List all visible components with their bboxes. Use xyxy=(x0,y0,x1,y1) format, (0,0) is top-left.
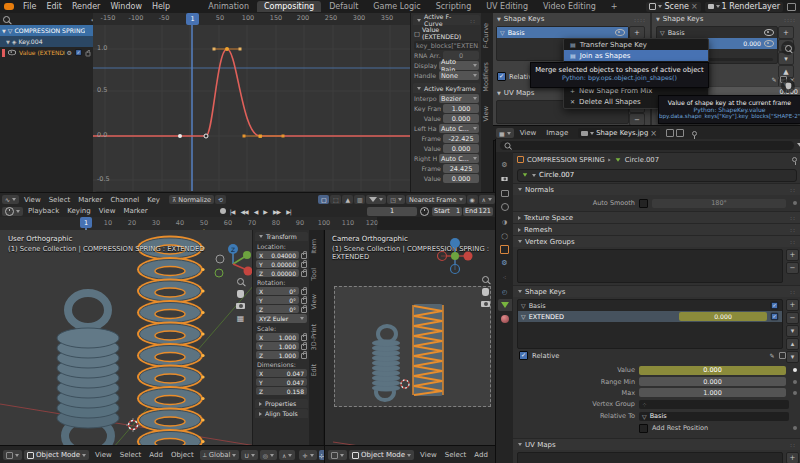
snap-dropdown[interactable]: U xyxy=(241,450,257,460)
zoom-gizmo[interactable] xyxy=(482,276,489,283)
orientation-dropdown[interactable]: ⟂Global xyxy=(200,450,240,460)
sidebar-tab[interactable]: View xyxy=(481,100,493,127)
timeline-menu-item[interactable]: Marker xyxy=(119,207,151,215)
handle-dropdown[interactable]: None xyxy=(439,71,479,80)
expand-icon[interactable]: ▼ xyxy=(6,39,10,45)
panel-texture-space[interactable]: Texture Space:: xyxy=(513,211,800,223)
align-tools-panel-title[interactable]: Align Tools xyxy=(265,410,298,417)
add-rest-position[interactable]: Add Rest Position xyxy=(639,424,786,433)
editor-type-dropdown[interactable] xyxy=(328,450,347,460)
add-vertex-group-button[interactable]: + xyxy=(786,249,799,261)
rotation-field-row[interactable]: X0° xyxy=(256,287,307,295)
ghost-curves-button[interactable]: ▥ xyxy=(354,195,365,204)
topbar-menu-item[interactable]: Edit xyxy=(41,2,67,11)
viewport-menu-item[interactable]: View xyxy=(416,451,441,459)
visibility-eye-icon[interactable] xyxy=(8,50,16,56)
lock-icon[interactable] xyxy=(301,344,307,350)
proportional-edit-button[interactable]: ◉ xyxy=(467,195,478,204)
channel-lock-icon[interactable] xyxy=(86,51,91,56)
dimension-field-row[interactable]: X0.047 xyxy=(256,369,307,377)
pan-hand-gizmo[interactable] xyxy=(781,79,795,93)
lock-icon[interactable] xyxy=(301,307,307,313)
keyframe-dot[interactable] xyxy=(793,368,797,372)
filter-dropdown[interactable] xyxy=(366,195,386,204)
lock-icon[interactable] xyxy=(301,335,307,341)
editor-type-dropdown[interactable] xyxy=(3,450,22,460)
panel-collapse-icon[interactable] xyxy=(417,19,421,22)
falloff-dropdown[interactable]: ∧ xyxy=(479,195,495,204)
location-field-row[interactable]: X0.04000 xyxy=(256,251,307,259)
jump-end-button[interactable]: ▶| xyxy=(284,208,293,215)
image-pack-icon[interactable] xyxy=(666,129,674,137)
right-value-field[interactable]: 0.000 xyxy=(443,174,479,183)
ref-list-item[interactable]: ▽ Basis xyxy=(657,27,777,38)
sidebar-tab[interactable]: F-Curve xyxy=(481,17,493,54)
mesh-datablock-field[interactable]: Circle.007 xyxy=(517,169,797,182)
lock-icon[interactable] xyxy=(301,253,307,259)
tab-modifiers[interactable]: ⚙ xyxy=(498,257,512,269)
pan-hand-gizmo[interactable] xyxy=(237,290,244,298)
mute-checkbox[interactable] xyxy=(771,302,778,309)
breadcrumb-object[interactable]: COMPRESSION SPRING xyxy=(527,156,605,164)
location-field-row[interactable]: Y0.00000 xyxy=(256,260,307,268)
remove-uvmap-button[interactable]: − xyxy=(629,113,645,125)
pin-icon[interactable] xyxy=(692,131,697,136)
timeline-menu-item[interactable]: Playback xyxy=(24,207,63,215)
shape-key-row-extended[interactable]: ▽ EXTENDED 0.000 xyxy=(518,311,782,322)
rotation-mode-dropdown[interactable]: XYZ Euler xyxy=(256,314,307,323)
graph-menu-item[interactable]: Channel xyxy=(106,196,143,204)
navigation-gizmo[interactable] xyxy=(437,236,473,276)
unlink-image-icon[interactable]: × xyxy=(650,129,657,138)
workspace-tab[interactable]: Default xyxy=(322,1,365,12)
timeline-menu-item[interactable]: View xyxy=(95,207,120,215)
auto-normalize-toggle[interactable]: ⟲ xyxy=(215,195,226,204)
workspace-tab[interactable]: Compositing xyxy=(257,1,321,12)
grid-toggle-gizmo[interactable]: ▦ xyxy=(237,314,245,323)
panel-uv-maps[interactable]: UV Maps:: xyxy=(513,438,800,450)
tab-scene[interactable]: ◑ xyxy=(498,215,512,227)
scale-field-row[interactable]: Y1.000 xyxy=(256,342,307,350)
panel-grip[interactable]: :: xyxy=(470,17,476,24)
location-field-row[interactable]: Z0.00000 xyxy=(256,269,307,277)
frame-start-field[interactable]: Start1 xyxy=(432,207,462,216)
jump-start-button[interactable]: |◀ xyxy=(228,208,237,215)
channel-fcurve-row[interactable]: Value (EXTENDED) ⚙ xyxy=(0,47,93,58)
play-reverse-button[interactable]: ◀ xyxy=(252,208,260,215)
right-handle-dropdown[interactable]: Auto C... xyxy=(439,154,479,163)
animate-dot[interactable] xyxy=(793,391,797,395)
n-panel-tab[interactable]: Item xyxy=(309,233,323,260)
expand-icon[interactable]: ▼ xyxy=(2,28,6,34)
tab-particles[interactable]: ⁖ xyxy=(498,271,512,283)
prev-keyframe-button[interactable]: ◀◀ xyxy=(238,208,249,215)
n-panel-tab[interactable]: Tool xyxy=(309,262,323,287)
tab-world[interactable]: ◯ xyxy=(498,229,512,241)
tab-render[interactable] xyxy=(498,173,512,185)
display-dropdown[interactable]: Auto Rain... xyxy=(439,61,479,70)
select-box-button[interactable]: ⬚ xyxy=(330,195,341,204)
use-preview-range-icon[interactable] xyxy=(420,207,429,216)
zoom-gizmo[interactable] xyxy=(781,41,795,55)
graph-menu-item[interactable]: View xyxy=(20,196,45,204)
move-down-button[interactable]: ▾ xyxy=(786,351,799,363)
viewport-menu-item[interactable]: View xyxy=(91,451,116,459)
shape-key-value-slider[interactable]: 0.000 xyxy=(679,312,767,321)
uv-map-list[interactable] xyxy=(517,452,783,463)
channel-action-row[interactable]: ▼ ◈ Key.004 xyxy=(0,36,93,47)
viewlayer-selector[interactable]: 1 RenderLayer xyxy=(705,2,783,12)
dimension-field-row[interactable]: Z0.158 xyxy=(256,387,307,395)
eye-icon[interactable] xyxy=(615,29,625,36)
add-uv-map-button[interactable]: + xyxy=(786,452,799,463)
rotation-field-row[interactable]: Z0° xyxy=(256,305,307,313)
remove-vertex-group-button[interactable]: − xyxy=(786,262,799,274)
n-panel-tab[interactable]: View xyxy=(309,288,323,315)
viewport-3d[interactable]: User Orthographic (1) Scene Collection |… xyxy=(0,230,323,445)
image-new-icon[interactable] xyxy=(676,129,684,137)
pan-hand-gizmo[interactable] xyxy=(482,288,489,296)
mute-checkbox[interactable] xyxy=(771,313,778,320)
pin-id-icon[interactable] xyxy=(792,157,797,162)
next-keyframe-button[interactable]: ▶▶ xyxy=(271,208,282,215)
graph-menu-item[interactable]: Marker xyxy=(74,196,106,204)
viewport-menu-item[interactable]: Add xyxy=(470,451,492,459)
lock-icon[interactable] xyxy=(301,353,307,359)
normalize-toggle[interactable]: ⊼Normalize xyxy=(169,195,214,204)
